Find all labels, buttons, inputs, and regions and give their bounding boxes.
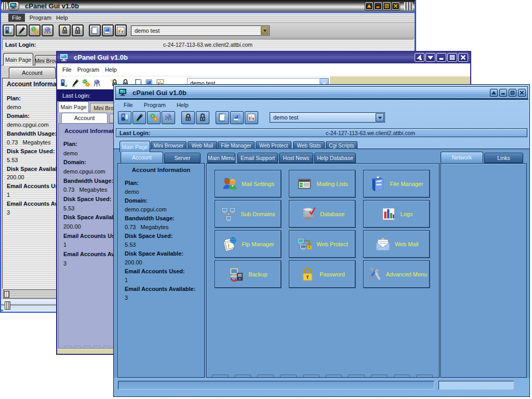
toolbar-options-button[interactable]	[29, 24, 41, 36]
password-icon	[299, 266, 316, 283]
toolbar-options-button[interactable]	[147, 111, 161, 124]
toolbar-connect-button[interactable]	[16, 24, 28, 36]
computer-icon	[118, 88, 128, 97]
combo-input[interactable]	[131, 28, 261, 34]
grid-button-ftp-manager[interactable]: Ftp Manager	[215, 230, 281, 258]
tab-stub	[74, 345, 81, 348]
roll-left-button[interactable]	[415, 53, 424, 62]
maximize-button[interactable]	[383, 2, 391, 10]
minimize-button[interactable]	[436, 53, 446, 62]
grid-button-advanced-menu[interactable]: Advanced Menu	[363, 260, 430, 288]
grid-button-logs[interactable]: Logs	[363, 200, 430, 228]
menu-help[interactable]: Help	[56, 15, 68, 21]
toolbar-preview-button[interactable]	[102, 24, 114, 36]
tab-main-page[interactable]: Main Page	[119, 141, 150, 152]
toolbar-new-page-button[interactable]	[89, 24, 101, 36]
tab-host-news[interactable]: Host News	[279, 153, 313, 163]
exit-icon[interactable]	[60, 78, 69, 87]
grid-button-sub-domains[interactable]: Sub Domains	[215, 200, 281, 228]
tab-cgi-scripts[interactable]: Cgi Scripts	[326, 141, 357, 149]
chevron-down-icon	[263, 29, 267, 33]
titlebar[interactable]: cPanel Gui v1.0b	[115, 86, 528, 99]
tab-mini-browser[interactable]: Mini Browser	[151, 141, 187, 149]
grid-button-mailing-lists[interactable]: Mailing Lists	[289, 170, 355, 197]
grid-button-file-manager[interactable]: File Manager	[363, 170, 430, 197]
close-button[interactable]	[458, 53, 468, 62]
grid-button-label: Sub Domains	[241, 211, 275, 217]
shade-button[interactable]	[490, 89, 498, 97]
status-grip[interactable]	[5, 301, 10, 310]
toolbar-unlock-button[interactable]	[59, 24, 71, 36]
menu-program[interactable]: Program	[144, 102, 166, 108]
profile-combobox[interactable]	[270, 112, 385, 123]
menu-file[interactable]: File	[124, 102, 133, 108]
tab-email-support[interactable]: Email Support	[237, 153, 278, 163]
tab-help-database[interactable]: Help Database	[314, 153, 356, 163]
toolbar-new-page-button[interactable]	[216, 111, 229, 124]
tab-web-protect[interactable]: Web Protect	[256, 141, 291, 149]
tab-web-stats[interactable]: Web Stats	[293, 141, 325, 149]
tab-file-manager[interactable]: File Manager	[218, 141, 255, 149]
tab-account[interactable]: Account	[61, 113, 108, 123]
menu-help[interactable]: Help	[105, 66, 117, 73]
account-field-label: Plan:	[118, 178, 204, 187]
preview-icon	[103, 26, 112, 35]
options-gears-icon[interactable]	[82, 78, 90, 87]
tab-main-menu[interactable]: Main Menu	[207, 153, 235, 163]
roll-down-button[interactable]	[425, 53, 435, 62]
menu-file[interactable]: File	[62, 66, 72, 73]
toolbar-exit-button[interactable]	[118, 111, 131, 124]
combo-input[interactable]	[270, 114, 376, 121]
scrollbar-thumb[interactable]	[4, 291, 9, 298]
account-field-value: 5.53	[118, 240, 204, 249]
tab-server[interactable]: Server	[164, 153, 201, 163]
minimize-button[interactable]	[374, 2, 382, 10]
menu-program[interactable]: Program	[77, 66, 99, 73]
options-gears-icon	[149, 113, 158, 122]
toolbar-lock-button[interactable]	[72, 24, 84, 36]
grid-button-label: Backup	[248, 271, 268, 277]
menu-file[interactable]: File	[8, 14, 25, 22]
menu-program[interactable]: Program	[30, 15, 51, 21]
tab-web-mail[interactable]: Web Mail	[188, 141, 217, 149]
toolbar-connect-button[interactable]	[132, 111, 146, 124]
shade-button[interactable]	[365, 2, 373, 10]
toolbar-stats-button[interactable]	[245, 111, 258, 124]
database-icon	[300, 206, 316, 222]
titlebar[interactable]: cPanel Gui v1.0b	[1, 1, 415, 11]
toolbar-lock-button[interactable]	[196, 111, 209, 124]
last-login-label: Last Login:	[5, 42, 36, 48]
toolbar-exit-button[interactable]	[3, 24, 15, 36]
tab-account[interactable]: Account	[9, 67, 56, 78]
grid-button-mail-settings[interactable]: Mail Settings	[215, 170, 281, 197]
account-field-value: 1	[118, 275, 204, 284]
grid-button-web-mail[interactable]: Web Mail	[363, 230, 430, 258]
grid-button-web-protect[interactable]: Web Protect	[289, 230, 355, 258]
tab-links[interactable]: Links	[484, 153, 523, 163]
combo-dropdown-button[interactable]	[376, 113, 384, 122]
maximize-button[interactable]	[509, 89, 516, 97]
minimize-button[interactable]	[499, 89, 507, 97]
menu-help[interactable]: Help	[177, 102, 189, 108]
toolbar-preview-button[interactable]	[230, 111, 244, 124]
toolbar-unlock-button[interactable]	[181, 111, 195, 124]
toolbar-plugin-button[interactable]	[162, 111, 175, 124]
combo-dropdown-button[interactable]	[261, 26, 269, 35]
close-icon	[460, 55, 466, 60]
maximize-button[interactable]	[447, 53, 457, 62]
tab-main-page[interactable]: Main Page	[58, 101, 89, 112]
close-button[interactable]	[518, 89, 526, 97]
grid-button-password[interactable]: Password	[289, 260, 355, 288]
titlebar[interactable]: cPanel Gui v1.0b	[57, 52, 470, 63]
grid-button-backup[interactable]: Backup	[215, 260, 281, 288]
toolbar-plugin-button[interactable]	[42, 24, 54, 36]
connect-pen-icon[interactable]	[71, 78, 79, 87]
plugin-icon[interactable]	[92, 78, 101, 87]
tab-account[interactable]: Account	[121, 152, 163, 163]
grid-button-database[interactable]: Database	[289, 200, 355, 228]
toolbar-stats-button[interactable]	[115, 24, 127, 36]
profile-combobox[interactable]	[131, 25, 270, 36]
close-button[interactable]	[392, 2, 400, 10]
tab-network[interactable]: Network	[441, 152, 483, 163]
tab-main-page[interactable]: Main Page	[3, 53, 33, 65]
